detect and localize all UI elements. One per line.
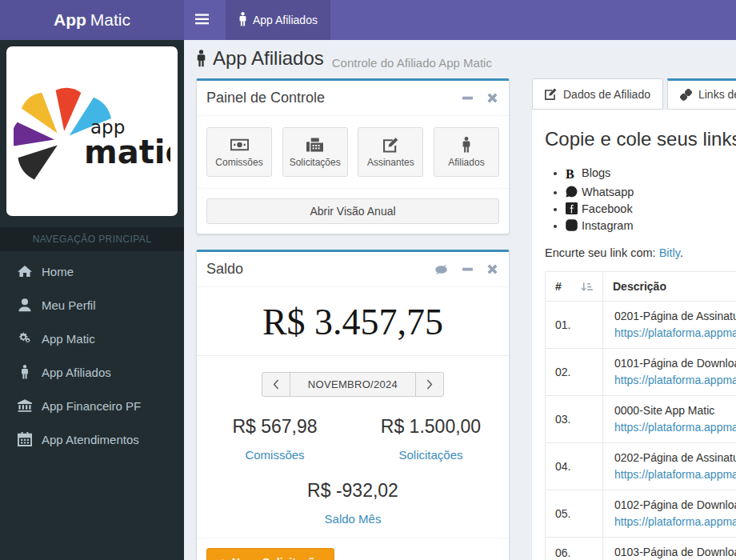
row-number: 06. [546, 538, 603, 560]
sidebar-item-label: Home [42, 265, 74, 278]
sidebar-item-label: Meu Perfil [42, 298, 96, 312]
link-url[interactable]: https://plataforma.appmatic.com [614, 466, 736, 483]
logo-text-matic: matic [84, 134, 170, 170]
saldo-box: Saldo R$ 3.457,75 NOVEMBRO/2024 [196, 250, 510, 560]
comissoes-value: R$ 567,98 [197, 416, 353, 438]
previous-month-button[interactable] [262, 372, 290, 397]
sidebar-item-app-atendimentos[interactable]: App Atendimentos [0, 422, 184, 456]
content-header: App Afiliados Controle do Afiliado App M… [184, 40, 736, 74]
chevron-left-icon [273, 379, 279, 390]
link-url[interactable]: https://plataforma.appmatic.com [614, 372, 736, 389]
comissoes-metric: R$ 567,98 Comissões [197, 416, 353, 462]
bitly-link[interactable]: Bitly [659, 246, 680, 259]
channel-list: BBlogs Whatsapp Facebook Instagram [566, 164, 736, 234]
saldo-mes-metric: R$ -932,02 Saldo Mês [197, 480, 509, 526]
plus-icon: + [219, 555, 226, 560]
current-month-button[interactable]: NOVEMBRO/2024 [290, 372, 416, 397]
link-row: 05. 0102-Página de Download - Ehttps://p… [546, 490, 736, 538]
hamburger-icon [195, 14, 209, 27]
sidebar-item-home[interactable]: Home [0, 254, 184, 288]
row-number: 01. [546, 302, 603, 349]
channel-blogs[interactable]: BBlogs [566, 164, 736, 183]
abrir-visao-anual-button[interactable]: Abrir Visão Anual [206, 198, 499, 224]
links-tab-panel: Copie e cole seus links de divulgação BB… [532, 110, 736, 560]
money-icon [230, 137, 249, 153]
channel-facebook[interactable]: Facebook [566, 200, 736, 217]
chevron-right-icon [426, 379, 433, 390]
channel-whatsapp[interactable]: Whatsapp [566, 183, 736, 200]
sidebar-item-app-afiliados[interactable]: App Afiliados [0, 355, 184, 389]
links-table: # Descrição 01. 0201-Página de Assinatur… [545, 271, 736, 560]
column-header-number[interactable]: # [546, 272, 603, 302]
navbar-tab-app-afiliados[interactable]: App Afiliados [226, 0, 330, 40]
sidebar-item-label: App Matic [42, 332, 95, 346]
solicitacoes-value: R$ 1.500,00 [353, 416, 509, 438]
link-title: 0102-Página de Download - E [614, 497, 736, 514]
saldo-mes-link[interactable]: Saldo Mês [325, 512, 382, 526]
brand-rest: Matic [90, 10, 130, 30]
solicitacoes-link[interactable]: Solicitações [398, 448, 462, 462]
link-row: 03. 0000-Site App Matichttps://plataform… [546, 396, 736, 443]
sidebar-item-label: App Afiliados [42, 366, 111, 379]
collapse-icon[interactable] [461, 91, 474, 105]
brand-logo[interactable]: AppMatic [0, 0, 184, 40]
fax-icon [306, 137, 323, 153]
box-header: Painel de Controle [197, 81, 509, 116]
row-number: 02. [546, 349, 603, 396]
saldo-mes-value: R$ -932,02 [197, 480, 509, 502]
eye-slash-icon[interactable] [433, 262, 450, 277]
sidebar-menu: Home Meu Perfil App Matic App Afiliados … [0, 251, 184, 456]
row-number: 03. [546, 396, 603, 443]
saldo-body: R$ 3.457,75 NOVEMBRO/2024 R$ 567,98 Comi… [197, 287, 509, 538]
male-icon [196, 50, 206, 67]
sidebar-item-label: App Atendimentos [42, 433, 139, 446]
assinantes-button[interactable]: Assinantes [358, 127, 423, 177]
divider [197, 355, 509, 356]
link-url[interactable]: https://plataforma.appmatic.com [614, 419, 736, 436]
male-icon [16, 365, 34, 379]
app-window: AppMatic App Afiliados app [0, 0, 736, 560]
nova-solicitacao-button[interactable]: +Nova Solicitação [206, 548, 334, 560]
left-column: Painel de Controle Comissões [196, 78, 510, 560]
link-title: 0101-Página de Download - E [614, 355, 736, 372]
tab-links-de-divulgacao[interactable]: Links de Divulgação [667, 78, 736, 110]
collapse-icon[interactable] [461, 262, 474, 276]
sidebar-item-app-financeiro-pf[interactable]: App Financeiro PF [0, 389, 184, 422]
link-row: 02. 0101-Página de Download - Ehttps://p… [546, 349, 736, 396]
home-icon [16, 264, 34, 278]
main-content: App Afiliados Controle do Afiliado App M… [184, 40, 736, 560]
link-url[interactable]: https://plataforma.appmatic.com [614, 325, 736, 342]
afiliados-button[interactable]: Afiliados [434, 127, 499, 177]
shorten-text: Encurte seu link com: Bitly. [545, 246, 736, 259]
brand-bold: App [54, 10, 86, 30]
link-title: 0000-Site App Matic [614, 402, 736, 419]
link-url[interactable]: https://plataforma.appmatic.com [614, 514, 736, 530]
links-heading: Copie e cole seus links de divulgação [545, 128, 736, 150]
close-icon[interactable] [486, 262, 499, 276]
tab-dados-de-afiliado[interactable]: Dados de Afiliado [532, 78, 663, 110]
whatsapp-icon [566, 186, 582, 198]
right-column: Dados de Afiliado Links de Divulgação Co… [532, 78, 736, 560]
appmatic-logo: app matic [6, 46, 178, 216]
blog-b-icon: B [566, 167, 582, 182]
link-icon [680, 89, 692, 101]
month-navigator: NOVEMBRO/2024 [262, 372, 444, 397]
comissoes-link[interactable]: Comissões [245, 448, 304, 462]
sidebar-item-meu-perfil[interactable]: Meu Perfil [0, 288, 184, 322]
link-row: 06. 0103-Página de Download - E [546, 538, 736, 560]
sidebar-item-app-matic[interactable]: App Matic [0, 322, 184, 355]
close-icon[interactable] [486, 91, 499, 105]
painel-de-controle-box: Painel de Controle Comissões [196, 78, 510, 234]
sidebar-section-label: NAVEGAÇÃO PRINCIPAL [0, 227, 184, 251]
next-month-button[interactable] [415, 372, 444, 397]
link-title: 0202-Página de Assinatura - A [614, 450, 736, 466]
sort-icon [581, 282, 593, 292]
box-footer: +Nova Solicitação [197, 538, 509, 560]
affiliate-tabs: Dados de Afiliado Links de Divulgação [532, 78, 736, 110]
comissoes-button[interactable]: Comissões [206, 127, 272, 177]
channel-instagram[interactable]: Instagram [566, 217, 736, 234]
solicitacoes-button[interactable]: Solicitações [282, 127, 348, 177]
link-title: 0103-Página de Download - E [614, 544, 736, 560]
sidebar-toggle-button[interactable] [184, 0, 219, 40]
page-title: App Afiliados [196, 47, 324, 70]
